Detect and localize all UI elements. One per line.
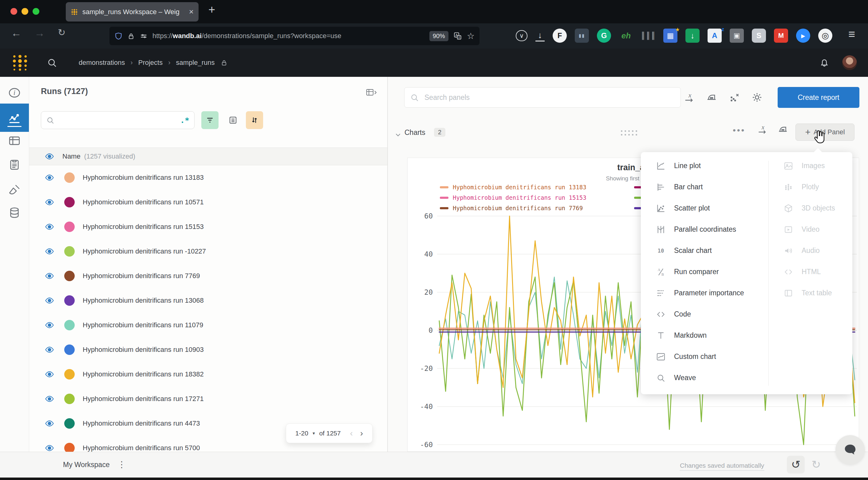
visibility-eye-icon[interactable] [44, 345, 54, 355]
section-x-axis-icon[interactable]: x [755, 122, 770, 136]
menu-item-code[interactable]: Code [641, 303, 768, 325]
run-row[interactable]: Hyphomicrobium denitrificans run 15153 [29, 215, 387, 239]
workspace-kebab-icon[interactable]: ⋮ [117, 459, 126, 470]
menu-item-run-comparer[interactable]: AB Run comparer [641, 261, 768, 282]
workspace-name[interactable]: My Workspace [63, 461, 110, 469]
section-chevron-down-icon[interactable] [394, 131, 402, 139]
panel-search-input[interactable] [424, 93, 675, 102]
menu-item-scatter-plot[interactable]: Scatter plot [641, 198, 768, 219]
menu-item-scalar-chart[interactable]: 10 Scalar chart [641, 240, 768, 261]
visibility-eye-icon[interactable] [44, 247, 54, 256]
url-bar[interactable]: https://wandb.ai/demonstrations/sample_r… [110, 27, 479, 45]
menu-item-parallel-coordinates[interactable]: Parallel coordinates [641, 219, 768, 240]
pocket-icon[interactable]: ∨ [516, 30, 527, 41]
back-button[interactable]: ← [11, 27, 22, 39]
expand-table-icon[interactable] [365, 88, 378, 97]
reload-button[interactable]: ↻ [58, 27, 65, 38]
clock-extension-icon[interactable]: ◎ [818, 29, 832, 43]
sort-button[interactable] [246, 111, 263, 129]
run-row[interactable]: Hyphomicrobium denitrificans run 10903 [29, 338, 387, 362]
runs-table-header[interactable]: Name (1257 visualized) [29, 148, 387, 165]
avatar[interactable] [842, 55, 857, 70]
visibility-eye-icon[interactable] [44, 370, 54, 379]
translate-extension-icon[interactable]: Az [708, 29, 722, 43]
translate-icon[interactable]: Az [453, 31, 462, 40]
sheets-extension-icon[interactable]: ▦★ [663, 29, 677, 43]
visibility-eye-icon[interactable] [44, 152, 54, 161]
menu-item-markdown[interactable]: Markdown [641, 325, 768, 346]
visibility-eye-icon[interactable] [44, 222, 54, 232]
lock-icon[interactable] [127, 32, 135, 40]
visibility-eye-icon[interactable] [44, 271, 54, 281]
menu-item-parameter-importance[interactable]: Parameter importance [641, 282, 768, 303]
menu-item-line-plot[interactable]: Line plot [641, 155, 768, 177]
runs-search-box[interactable]: .* [41, 111, 194, 129]
close-window-button[interactable] [10, 8, 17, 15]
shield-icon[interactable] [114, 32, 123, 40]
rail-item-line-chart-icon[interactable] [0, 103, 29, 132]
run-row[interactable]: Hyphomicrobium denitrificans run 17271 [29, 387, 387, 411]
minimize-window-button[interactable] [22, 8, 28, 15]
page-range[interactable]: 1-20 [296, 429, 308, 437]
prev-page-button[interactable]: ‹ [350, 428, 352, 438]
photo-extension-icon[interactable]: ▣ [730, 29, 744, 43]
browser-tab[interactable]: sample_runs Workspace – Weig × [66, 2, 198, 22]
section-overflow-menu-icon[interactable]: ••• [733, 125, 745, 135]
run-row[interactable]: Hyphomicrobium denitrificans run -10227 [29, 239, 387, 264]
charts-section-title[interactable]: Charts [404, 128, 425, 137]
global-search-icon[interactable] [47, 58, 57, 68]
extension-f-icon[interactable]: F [553, 29, 567, 43]
visibility-eye-icon[interactable] [44, 197, 54, 207]
panel-search-box[interactable] [404, 87, 681, 107]
next-page-button[interactable]: › [360, 428, 363, 438]
breadcrumb-item-demonstrations[interactable]: demonstrations [79, 59, 125, 67]
visibility-eye-icon[interactable] [44, 419, 54, 428]
rail-item-clipboard-icon[interactable] [0, 153, 29, 175]
breadcrumb-item-sample_runs[interactable]: sample_runs [176, 59, 215, 67]
window-extension-icon[interactable]: ▮▮ [575, 29, 589, 43]
run-row[interactable]: Hyphomicrobium denitrificans run 18382 [29, 362, 387, 387]
undo-button[interactable]: ↺ [787, 456, 805, 474]
close-tab-icon[interactable]: × [189, 7, 194, 17]
new-tab-button[interactable]: + [208, 3, 215, 16]
create-report-button[interactable]: Create report [778, 87, 859, 108]
run-row[interactable]: Hyphomicrobium denitrificans run 11079 [29, 313, 387, 338]
filter-button[interactable] [201, 111, 219, 129]
visibility-eye-icon[interactable] [44, 173, 54, 183]
settings-gear-icon[interactable] [750, 90, 764, 104]
panel-smoothing-icon[interactable] [705, 90, 719, 104]
x-axis-settings-icon[interactable]: x [682, 90, 696, 104]
forward-button[interactable]: → [34, 27, 45, 39]
visibility-eye-icon[interactable] [44, 394, 54, 404]
menu-item-bar-chart[interactable]: Bar chart [641, 177, 768, 198]
redo-button[interactable]: ↻ [807, 456, 825, 474]
run-row[interactable]: Hyphomicrobium denitrificans run 7769 [29, 264, 387, 288]
runs-search-input[interactable] [58, 116, 177, 124]
permissions-icon[interactable] [140, 32, 148, 40]
notifications-bell-icon[interactable] [819, 57, 830, 68]
group-list-button[interactable] [224, 111, 242, 129]
menu-item-weave[interactable]: Weave [641, 367, 768, 388]
section-smoothing-icon[interactable] [776, 122, 790, 136]
run-row[interactable]: Hyphomicrobium denitrificans run 13183 [29, 165, 387, 190]
grammarly-icon[interactable]: G [597, 29, 611, 43]
visibility-eye-icon[interactable] [44, 443, 54, 452]
run-row[interactable]: Hyphomicrobium denitrificans run 10571 [29, 190, 387, 215]
arrow-extension-icon[interactable]: ↓ [685, 29, 700, 43]
drag-handle-icon[interactable] [621, 130, 637, 135]
fence-extension-icon[interactable]: ║║║ [641, 29, 655, 43]
page-size-caret-icon[interactable]: ▾ [313, 430, 315, 436]
run-row[interactable]: Hyphomicrobium denitrificans run 13068 [29, 288, 387, 313]
menu-item-custom-chart[interactable]: Custom chart [641, 346, 768, 367]
zoom-window-button[interactable] [33, 8, 39, 15]
visibility-eye-icon[interactable] [44, 320, 54, 330]
visibility-eye-icon[interactable] [44, 296, 54, 306]
browser-menu-icon[interactable]: ≡ [848, 28, 855, 41]
s-extension-icon[interactable]: S [752, 29, 766, 43]
rail-item-broom-icon[interactable] [0, 179, 29, 201]
rail-item-database-icon[interactable] [0, 201, 29, 224]
eh-extension-icon[interactable]: eh [619, 29, 633, 43]
wandb-logo[interactable] [10, 54, 30, 72]
zoom-level-badge[interactable]: 90% [429, 31, 448, 41]
outliers-icon[interactable] [727, 90, 742, 104]
